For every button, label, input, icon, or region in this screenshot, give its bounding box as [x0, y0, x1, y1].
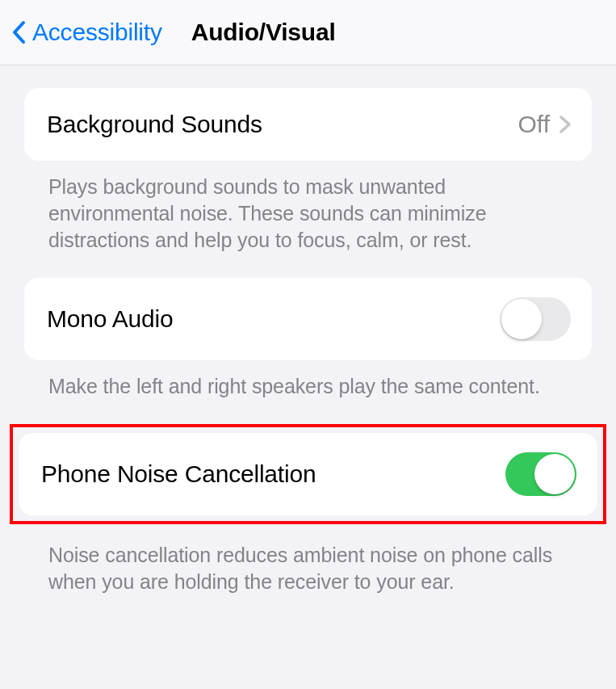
- phone-noise-cancellation-footer: Noise cancellation reduces ambient noise…: [24, 529, 592, 595]
- highlight-box: Phone Noise Cancellation: [10, 424, 606, 524]
- back-label: Accessibility: [32, 19, 162, 46]
- page-title: Audio/Visual: [191, 19, 336, 46]
- navigation-bar: Accessibility Audio/Visual: [0, 0, 616, 65]
- row-title: Mono Audio: [47, 305, 500, 333]
- phone-noise-cancellation-toggle[interactable]: [505, 452, 576, 496]
- mono-audio-toggle[interactable]: [500, 297, 571, 341]
- chevron-left-icon: [11, 20, 27, 44]
- row-value: Off: [518, 111, 550, 138]
- row-title: Phone Noise Cancellation: [41, 460, 505, 488]
- back-button[interactable]: Accessibility: [11, 19, 162, 46]
- background-sounds-row[interactable]: Background Sounds Off: [24, 88, 592, 161]
- phone-noise-cancellation-group: Phone Noise Cancellation Noise cancellat…: [24, 424, 592, 595]
- mono-audio-group: Mono Audio Make the left and right speak…: [24, 278, 592, 400]
- background-sounds-group: Background Sounds Off Plays background s…: [24, 88, 592, 254]
- content-area: Background Sounds Off Plays background s…: [0, 65, 616, 595]
- row-title: Background Sounds: [47, 111, 518, 138]
- background-sounds-footer: Plays background sounds to mask unwanted…: [24, 161, 592, 254]
- toggle-knob: [501, 299, 542, 339]
- toggle-knob: [534, 454, 575, 494]
- mono-audio-row: Mono Audio: [24, 278, 592, 360]
- phone-noise-cancellation-row: Phone Noise Cancellation: [19, 433, 597, 515]
- chevron-right-icon: [559, 116, 571, 133]
- mono-audio-footer: Make the left and right speakers play th…: [24, 360, 592, 400]
